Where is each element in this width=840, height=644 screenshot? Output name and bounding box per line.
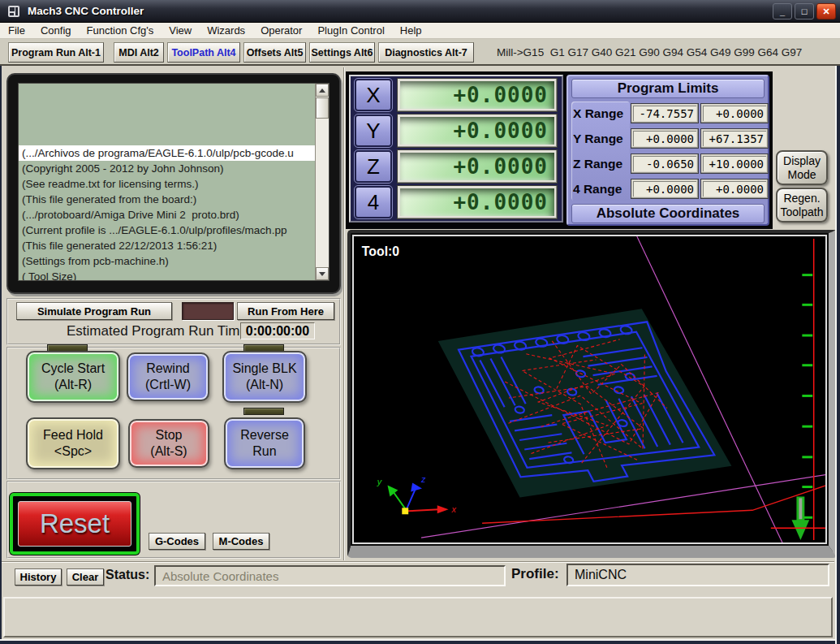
axis-z-button[interactable]: Z — [355, 150, 392, 183]
program-limits-title: Program Limits — [571, 79, 765, 98]
cycle-start-button[interactable]: Cycle Start (Alt-R) — [26, 351, 120, 403]
gcode-scrollbar[interactable] — [315, 84, 329, 280]
gcode-line[interactable]: (Copyright 2005 - 2012 by John Johnson) — [19, 161, 315, 176]
dro-x-value: +0.0000 — [453, 83, 554, 107]
run-progress-box — [182, 302, 234, 320]
button-label: Regen. — [783, 192, 820, 205]
x-range-min: -74.7557 — [631, 103, 699, 123]
tool-number-readout: Tool:0 — [362, 244, 399, 258]
menu-item-config[interactable]: Config — [41, 24, 71, 37]
gcode-line[interactable]: (This file generated 22/12/2013 1:56:21) — [19, 238, 315, 253]
tab-offsets[interactable]: Offsets Alt5 — [243, 42, 306, 63]
y-axis-label: y — [377, 477, 382, 486]
g-codes-button[interactable]: G-Codes — [149, 533, 205, 550]
menu-item-function-cfgs[interactable]: Function Cfg's — [87, 24, 154, 37]
display-mode-button[interactable]: Display Mode — [776, 150, 828, 185]
dro-z-display[interactable]: +0.0000 — [397, 149, 558, 184]
stop-button[interactable]: Stop (Alt-S) — [128, 419, 209, 468]
button-label: Rewind — [146, 361, 189, 377]
z-range-max: +10.0000 — [700, 153, 769, 174]
gcode-listing[interactable]: (.../Archivos de programa/EAGLE-6.1.0/ul… — [18, 83, 330, 281]
gcode-line-selected[interactable]: (.../Archivos de programa/EAGLE-6.1.0/ul… — [19, 145, 315, 161]
rewind-button[interactable]: Rewind (Crtl-W) — [127, 352, 209, 401]
button-label: Display — [783, 154, 821, 168]
gcode-line[interactable]: ( Tool Size) — [19, 269, 315, 280]
tab-settings[interactable]: Settings Alt6 — [309, 42, 375, 63]
a-range-max: +0.0000 — [700, 179, 769, 199]
close-button[interactable]: ✕ — [816, 3, 836, 19]
toolpath-canvas[interactable]: x y z Tool:0 — [354, 236, 825, 542]
axis-y-button[interactable]: Y — [355, 115, 392, 147]
feed-hold-button[interactable]: Feed Hold <Spc> — [26, 417, 120, 469]
button-shortcut: <Spc> — [54, 443, 92, 460]
a-range-min: +0.0000 — [631, 179, 699, 199]
gcode-modes-readout: Mill->G15 G1 G17 G40 G21 G90 G94 G54 G49… — [497, 46, 802, 58]
menu-item-help[interactable]: Help — [400, 24, 422, 37]
clear-button[interactable]: Clear — [67, 568, 104, 586]
tab-program-run[interactable]: Program Run Alt-1 — [8, 42, 104, 63]
window-frame-left — [0, 66, 2, 644]
menu-item-view[interactable]: View — [169, 24, 192, 37]
dro-x-display[interactable]: +0.0000 — [397, 78, 558, 112]
z-range-label: Z Range — [573, 153, 630, 174]
scrollbar-thumb[interactable] — [316, 97, 329, 119]
z-range-min: -0.0650 — [631, 153, 699, 174]
toolpath-screen[interactable]: x y z Tool:0 — [352, 235, 827, 544]
x-range-label: X Range — [573, 103, 630, 123]
a-range-label: 4 Range — [573, 179, 630, 199]
button-shortcut: (Alt-S) — [150, 443, 187, 460]
gcode-line[interactable]: (This file generated from the board:) — [19, 192, 315, 207]
minimize-button[interactable]: _ — [773, 3, 792, 19]
reverse-run-button[interactable]: Reverse Run — [224, 417, 305, 469]
m-codes-button[interactable]: M-Codes — [213, 533, 269, 550]
board-surface — [438, 309, 732, 497]
gcode-line[interactable]: (See readme.txt for licensing terms.) — [19, 176, 315, 192]
button-label: Toolpath — [781, 205, 824, 219]
reverse-run-led — [243, 408, 284, 415]
gcode-line[interactable]: (Current profile is .../EAGLE-6.1.0/ulp/… — [19, 223, 315, 238]
menu-item-wizards[interactable]: Wizards — [207, 24, 245, 37]
regen-toolpath-button[interactable]: Regen. Toolpath — [776, 188, 828, 223]
reset-button[interactable]: Reset — [10, 493, 140, 555]
y-range-max: +67.1357 — [700, 128, 769, 149]
tab-mdi[interactable]: MDI Alt2 — [114, 42, 164, 63]
estimated-run-time-value: 0:00:00:00 — [240, 322, 315, 339]
button-label: Run — [252, 443, 276, 460]
axis-x-button[interactable]: X — [355, 79, 392, 111]
menu-item-plugin-control[interactable]: PlugIn Control — [317, 24, 384, 37]
maximize-button[interactable]: □ — [795, 3, 814, 19]
dro-y-display[interactable]: +0.0000 — [397, 114, 558, 148]
status-divider — [2, 561, 834, 563]
status-label: Status: — [106, 568, 149, 582]
tool-position-marker — [771, 496, 825, 540]
button-label: Mode — [787, 168, 816, 182]
button-label: Feed Hold — [43, 427, 103, 443]
main-area: (.../Archivos de programa/EAGLE-6.1.0/ul… — [0, 66, 840, 644]
dro-panel: X +0.0000 Y +0.0000 Z +0.0000 4 +0.0000 — [349, 75, 563, 223]
run-from-here-button[interactable]: Run From Here — [237, 302, 334, 320]
menu-item-operator[interactable]: Operator — [261, 24, 302, 37]
menu-bar: File Config Function Cfg's View Wizards … — [0, 23, 840, 39]
button-label: Single BLK — [232, 361, 296, 377]
bottom-blank-panel — [3, 597, 833, 638]
tab-toolpath[interactable]: ToolPath Alt4 — [167, 42, 240, 63]
simulate-program-run-button[interactable]: Simulate Program Run — [16, 302, 172, 320]
screen-tabs: Program Run Alt-1 MDI Alt2 ToolPath Alt4… — [0, 39, 840, 66]
button-label: Stop — [156, 427, 183, 443]
toolpath-display-bezel: x y z Tool:0 — [347, 230, 838, 558]
history-button[interactable]: History — [15, 568, 62, 586]
titlebar: Mach3 CNC Controller _ □ ✕ — [0, 0, 840, 23]
scroll-up-button[interactable] — [316, 84, 329, 97]
tab-diagnostics[interactable]: Diagnostics Alt-7 — [378, 42, 474, 63]
run-controls-panel: Simulate Program Run Run From Here Estim… — [6, 298, 341, 345]
axis-4-button[interactable]: 4 — [355, 186, 392, 218]
single-blk-button[interactable]: Single BLK (Alt-N) — [222, 351, 307, 403]
x-range-max: +0.0000 — [700, 103, 769, 123]
gcode-line[interactable]: (Settings from pcb-machine.h) — [19, 253, 315, 269]
arrow-up-icon — [319, 89, 325, 93]
vertical-divider — [343, 67, 345, 560]
scroll-down-button[interactable] — [316, 267, 329, 280]
dro-4-display[interactable]: +0.0000 — [397, 185, 558, 219]
gcode-line[interactable]: (.../protoboard/Amiga Drive Mini 2 proto… — [19, 207, 315, 223]
menu-item-file[interactable]: File — [8, 24, 25, 37]
